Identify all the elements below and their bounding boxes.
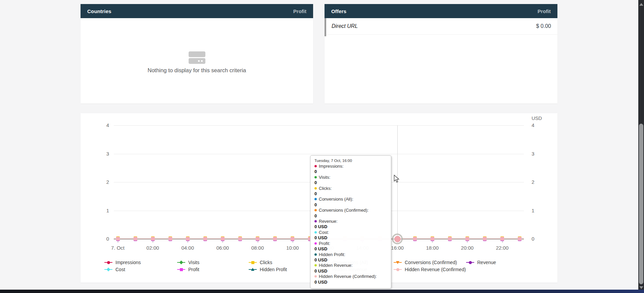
legend-label: Hidden Profit bbox=[260, 267, 287, 272]
data-point-marker[interactable] bbox=[291, 237, 294, 241]
legend-item-hidden-profit[interactable]: Hidden Profit bbox=[249, 266, 287, 273]
legend-circle-icon bbox=[107, 261, 110, 264]
legend-item-visits[interactable]: Visits bbox=[177, 259, 199, 266]
tooltip-value: 0 bbox=[314, 213, 387, 219]
tooltip-value: 0 USD bbox=[314, 235, 387, 241]
data-point-marker[interactable] bbox=[483, 237, 487, 241]
legend-label: Hidden Revenue (Confirmed) bbox=[405, 267, 466, 272]
tooltip-label: Conversions (Confirmed): bbox=[319, 208, 368, 213]
data-point-marker[interactable] bbox=[221, 237, 225, 241]
data-point-marker[interactable] bbox=[465, 237, 469, 241]
x-axis-label: 02:00 bbox=[139, 245, 166, 251]
data-point-marker[interactable] bbox=[203, 237, 207, 241]
offer-name[interactable]: Direct URL bbox=[332, 23, 358, 29]
tooltip-row: Hidden Revenue (Confirmed): 0 USD bbox=[314, 274, 387, 285]
legend-marker-icon bbox=[466, 260, 474, 264]
tooltip-label: Revenue: bbox=[319, 219, 338, 224]
tooltip-series-dot bbox=[314, 242, 317, 245]
legend-marker-icon bbox=[177, 260, 185, 264]
tooltip-value: 0 USD bbox=[314, 246, 387, 252]
tooltip-label: Impressions: bbox=[319, 164, 344, 169]
x-axis-label: 20:00 bbox=[454, 245, 481, 251]
y-axis-label-left: 2 bbox=[89, 179, 109, 185]
grid-line bbox=[114, 125, 524, 126]
offers-metric-label[interactable]: Profit bbox=[538, 8, 551, 14]
legend-item-clicks[interactable]: Clicks bbox=[249, 259, 272, 266]
data-point-marker[interactable] bbox=[448, 237, 452, 241]
tooltip-series-dot bbox=[314, 275, 317, 278]
legend-label: Revenue bbox=[477, 260, 496, 265]
data-point-marker[interactable] bbox=[238, 237, 242, 241]
tooltip-row: Conversions (All): 0 bbox=[314, 197, 387, 208]
mouse-cursor-icon bbox=[394, 175, 400, 185]
data-point-marker[interactable] bbox=[500, 237, 504, 241]
tooltip-series-dot bbox=[314, 253, 317, 256]
offer-row-direct-url[interactable]: Direct URL $ 0.00 bbox=[325, 18, 557, 35]
tooltip-series-dot bbox=[314, 187, 317, 190]
offers-panel-header: Offers Profit bbox=[325, 4, 557, 18]
legend-marker-icon bbox=[104, 267, 112, 271]
legend-label: Visits bbox=[188, 260, 199, 265]
offer-row-accent-bar bbox=[325, 18, 326, 36]
legend-label: Impressions bbox=[115, 260, 141, 265]
x-axis-label: 04:00 bbox=[174, 245, 201, 251]
tooltip-value: 0 USD bbox=[314, 257, 387, 263]
legend-square-icon bbox=[180, 268, 183, 271]
data-point-marker[interactable] bbox=[518, 237, 522, 241]
data-point-marker[interactable] bbox=[431, 237, 434, 241]
legend-item-hidden-revenue-confirmed[interactable]: Hidden Revenue (Confirmed) bbox=[394, 266, 466, 273]
legend-label: Profit bbox=[188, 267, 199, 272]
legend-label: Clicks bbox=[260, 260, 272, 265]
tooltip-value: 0 USD bbox=[314, 280, 387, 285]
x-axis-label: 06:00 bbox=[209, 245, 236, 251]
x-axis-label: 22:00 bbox=[489, 245, 516, 251]
y-axis-label-right: 2 bbox=[532, 179, 552, 185]
y-axis-label-left: 0 bbox=[89, 236, 109, 242]
scrollbar-thumb[interactable] bbox=[639, 124, 643, 284]
legend-tri-down-icon bbox=[396, 261, 399, 264]
x-axis-label: 10:00 bbox=[279, 245, 306, 251]
data-point-marker[interactable] bbox=[273, 237, 277, 241]
scroll-down-arrow-icon[interactable] bbox=[639, 286, 643, 289]
data-point-marker[interactable] bbox=[134, 237, 137, 241]
y-axis-label-left: 1 bbox=[89, 208, 109, 214]
countries-empty-state: Nothing to display for this search crite… bbox=[81, 18, 313, 103]
tooltip-series-dot bbox=[314, 198, 317, 200]
legend-marker-icon bbox=[104, 260, 112, 264]
tooltip-value: 0 bbox=[314, 169, 387, 174]
tooltip-series-dot bbox=[314, 220, 317, 222]
hovered-data-point[interactable] bbox=[394, 236, 401, 242]
data-point-marker[interactable] bbox=[256, 237, 259, 241]
empty-data-icon bbox=[189, 51, 205, 64]
countries-metric-label[interactable]: Profit bbox=[293, 8, 306, 14]
tooltip-label: Clicks: bbox=[319, 186, 332, 191]
tooltip-label: Hidden Revenue (Confirmed): bbox=[319, 274, 377, 279]
legend-item-impressions[interactable]: Impressions bbox=[104, 259, 141, 266]
legend-marker-icon bbox=[394, 267, 402, 271]
tooltip-row: Revenue: 0 USD bbox=[314, 219, 387, 230]
tooltip-series-dot bbox=[314, 165, 317, 167]
legend-item-revenue[interactable]: Revenue bbox=[466, 259, 496, 266]
y-axis-label-left: 3 bbox=[89, 151, 109, 157]
scroll-up-arrow-icon[interactable] bbox=[639, 3, 643, 6]
data-point-marker[interactable] bbox=[186, 237, 190, 241]
dashboard-page: Countries Profit Nothing to display for … bbox=[0, 0, 644, 293]
legend-marker-icon bbox=[177, 267, 185, 271]
tooltip-value: 0 USD bbox=[314, 224, 387, 229]
data-point-marker[interactable] bbox=[168, 237, 172, 241]
tooltip-row: Impressions: 0 bbox=[314, 164, 387, 175]
legend-item-profit[interactable]: Profit bbox=[177, 266, 199, 273]
legend-item-conversions-confirmed[interactable]: Conversions (Confirmed) bbox=[394, 259, 457, 266]
data-point-marker[interactable] bbox=[151, 237, 155, 241]
legend-label: Conversions (Confirmed) bbox=[405, 260, 457, 265]
data-point-marker[interactable] bbox=[116, 237, 120, 241]
tooltip-label: Cost: bbox=[319, 230, 329, 235]
legend-marker-icon bbox=[249, 267, 257, 271]
tooltip-series-dot bbox=[314, 176, 317, 178]
chart-tooltip: Tuesday, 7 Oct, 16:00 Impressions: 0Visi… bbox=[310, 155, 391, 289]
data-point-marker[interactable] bbox=[413, 237, 417, 241]
vertical-scrollbar[interactable] bbox=[638, 0, 644, 293]
offer-profit-value: $ 0.00 bbox=[536, 23, 551, 29]
legend-circle-icon bbox=[396, 268, 399, 271]
legend-item-cost[interactable]: Cost bbox=[104, 266, 125, 273]
